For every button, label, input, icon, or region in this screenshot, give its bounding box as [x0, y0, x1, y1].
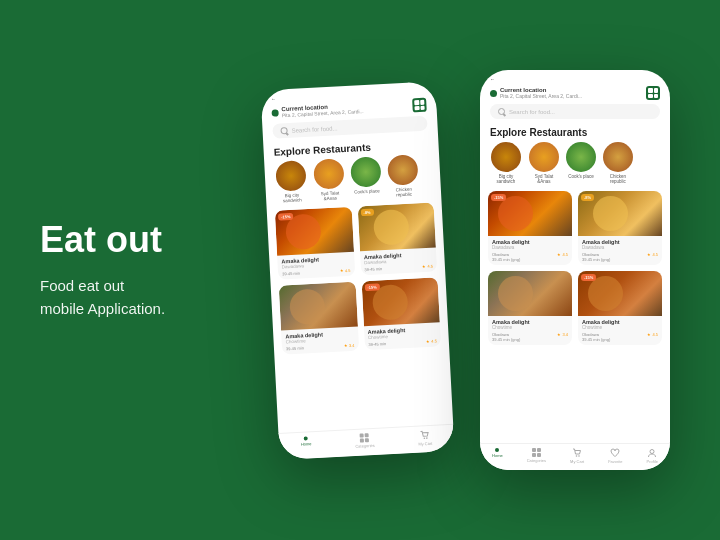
card-info-2: Amaka delight Dawadawa 39-45 min ★ 4.5: [360, 247, 438, 275]
circle-img-pasta-f: [529, 142, 559, 172]
food-card-f2[interactable]: -8% Amaka delight Dawadawa Okadawa ★ 4.5…: [578, 191, 662, 265]
section-title-front: Explore Restaurants: [480, 123, 670, 140]
categories-icon: [360, 433, 369, 442]
phones-container: ← Current location Pita 2, Capital Stree…: [230, 20, 690, 520]
location-dot: [271, 109, 278, 116]
circle-label-burger: Big city sandwich: [276, 192, 309, 204]
circle-label-pasta-f: Syd Talat &Anas: [528, 174, 560, 185]
circle-img-plate: [350, 156, 382, 188]
location-sub-front: Pita 2, Capital Street, Area 2, Cardi...: [500, 93, 582, 99]
search-icon: [280, 127, 287, 134]
food-card-1[interactable]: -15% Amaka delight Dawadawa 39-45 min ★ …: [275, 207, 355, 280]
food-card-f3[interactable]: Amaka delight Chowtime Okadawa ★ 3.4 39-…: [488, 271, 572, 345]
circle-label-plate-f: Cook's place: [568, 174, 594, 179]
svg-point-3: [578, 455, 580, 457]
nav-cart-back[interactable]: My Cart: [418, 430, 433, 447]
food-cards-front: -15% Amaka delight Dawadawa Okadawa ★ 4.…: [480, 189, 670, 443]
left-panel: Eat out Food eat out mobile Application.: [30, 220, 230, 321]
circle-chicken[interactable]: Chicken republic: [386, 154, 420, 198]
food-cards-back: -15% Amaka delight Dawadawa 39-45 min ★ …: [267, 200, 453, 433]
circle-img-chicken: [387, 154, 419, 186]
food-card-4[interactable]: -15% Amaka delight Chowtime 39-45 min ★ …: [361, 277, 441, 350]
card-info-f4: Amaka delight Chowtime Okadawa ★ 4.5 39-…: [578, 316, 662, 345]
circle-label-chicken: Chicken republic: [388, 186, 421, 198]
search-placeholder-front: Search for food...: [509, 109, 555, 115]
main-title: Eat out: [40, 220, 230, 260]
card-info-f2: Amaka delight Dawadawa Okadawa ★ 4.5 39-…: [578, 236, 662, 265]
home-indicator: [304, 436, 308, 440]
card-info-f3: Amaka delight Chowtime Okadawa ★ 3.4 39-…: [488, 316, 572, 345]
card-img-f3: [488, 271, 572, 316]
circle-img-burger: [275, 160, 307, 192]
food-card-2[interactable]: -8% Amaka delight Dawadawa 39-45 min ★ 4…: [357, 202, 437, 275]
food-card-3[interactable]: Amaka delight Chowtime 39-45 min ★ 3.4: [279, 281, 359, 354]
nav-profile-front[interactable]: Profile: [647, 448, 658, 464]
food-card-f4[interactable]: -15% Amaka delight Chowtime Okadawa ★ 4.…: [578, 271, 662, 345]
home-dot: [495, 448, 499, 452]
menu-icon[interactable]: [412, 98, 427, 113]
cards-row-f2: Amaka delight Chowtime Okadawa ★ 3.4 39-…: [488, 271, 662, 345]
nav-cart-front[interactable]: My Cart: [570, 448, 584, 464]
discount-f2: -8%: [581, 194, 594, 201]
card-info-f1: Amaka delight Dawadawa Okadawa ★ 4.5 39-…: [488, 236, 572, 265]
cards-row-1: -15% Amaka delight Dawadawa 39-45 min ★ …: [275, 202, 437, 279]
nav-home-back[interactable]: Home: [300, 436, 311, 453]
circle-chicken-f[interactable]: Chicken republic: [602, 142, 634, 185]
circle-img-chicken-f: [603, 142, 633, 172]
subtitle: Food eat out mobile Application.: [40, 275, 230, 320]
svg-point-0: [424, 437, 426, 439]
circle-burger[interactable]: Big city sandwich: [274, 160, 308, 204]
phone-back: ← Current location Pita 2, Capital Stree…: [260, 81, 454, 460]
profile-icon: [647, 448, 657, 458]
discount-2: -8%: [360, 208, 373, 216]
location-dot-front: [490, 90, 497, 97]
svg-point-1: [426, 437, 428, 439]
phone-front: ← Current location Pita 2, Capital Stree…: [480, 70, 670, 470]
circle-label-pasta: Syd Talat &Anas: [314, 190, 347, 202]
food-card-f1[interactable]: -15% Amaka delight Dawadawa Okadawa ★ 4.…: [488, 191, 572, 265]
categories-icon-f: [532, 448, 541, 457]
search-bar-front[interactable]: Search for food...: [490, 104, 660, 119]
menu-icon-front[interactable]: [646, 86, 660, 100]
circle-plate-f[interactable]: Cook's place: [566, 142, 596, 185]
discount-1: -15%: [278, 213, 294, 221]
circle-burger-f[interactable]: Big city sandwich: [490, 142, 522, 185]
circle-label-plate: Cook's place: [354, 188, 380, 195]
nav-categories-back[interactable]: Categories: [355, 433, 375, 450]
bottom-nav-front: Home Categories My Cart: [480, 443, 670, 470]
search-placeholder: Search for food...: [291, 125, 337, 133]
circle-label-chicken-f: Chicken republic: [602, 174, 634, 185]
status-bar-front: ←: [480, 70, 670, 84]
discount-4: -15%: [364, 283, 380, 291]
search-icon-front: [498, 108, 505, 115]
circle-img-burger-f: [491, 142, 521, 172]
circle-img-plate-f: [566, 142, 596, 172]
circle-img-pasta: [313, 158, 345, 190]
svg-point-2: [576, 455, 578, 457]
cart-icon-f: [572, 448, 582, 458]
heart-icon: [610, 448, 620, 458]
cart-icon: [420, 430, 431, 441]
circle-plate[interactable]: Cook's place: [350, 156, 382, 200]
discount-f1: -15%: [491, 194, 506, 201]
cards-row-2: Amaka delight Chowtime 39-45 min ★ 3.4 -…: [279, 277, 441, 354]
nav-fav-front[interactable]: Favorite: [608, 448, 622, 464]
discount-f4: -15%: [581, 274, 596, 281]
circle-pasta-f[interactable]: Syd Talat &Anas: [528, 142, 560, 185]
food-circles-front: Big city sandwich Syd Talat &Anas Cook's…: [480, 140, 670, 189]
nav-home-front[interactable]: Home: [492, 448, 503, 464]
card-info-3: Amaka delight Chowtime 39-45 min ★ 3.4: [281, 326, 359, 354]
nav-cat-front[interactable]: Categories: [527, 448, 546, 464]
cards-row-f1: -15% Amaka delight Dawadawa Okadawa ★ 4.…: [488, 191, 662, 265]
circle-label-burger-f: Big city sandwich: [490, 174, 522, 185]
header-front: Current location Pita 2, Capital Street,…: [480, 84, 670, 123]
card-info-1: Amaka delight Dawadawa 39-45 min ★ 4.5: [277, 251, 355, 279]
card-info-4: Amaka delight Chowtime 39-45 min ★ 4.5: [363, 322, 441, 350]
svg-point-4: [650, 450, 654, 454]
card-img-3: [279, 281, 358, 330]
circle-pasta[interactable]: Syd Talat &Anas: [312, 158, 346, 202]
